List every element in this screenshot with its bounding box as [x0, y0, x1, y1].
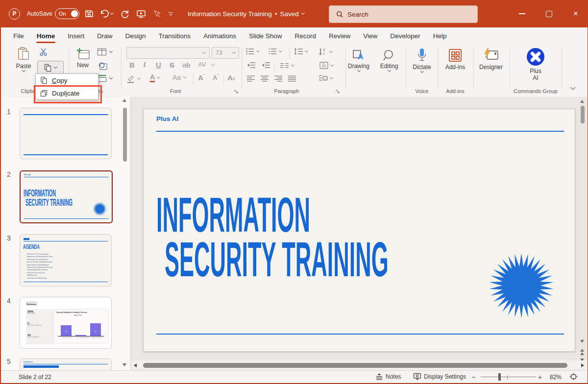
tab-animations[interactable]: Animations — [197, 27, 243, 44]
tab-design[interactable]: Design — [119, 27, 152, 44]
previous-slide-button[interactable] — [580, 349, 584, 355]
dictate-button[interactable]: Dictate — [409, 48, 435, 72]
document-title[interactable]: Information Security Training • Saved — [188, 0, 304, 27]
convert-to-smartart-button[interactable] — [318, 74, 333, 82]
scroll-right-arrow[interactable] — [581, 363, 584, 367]
sort-text-button[interactable]: AZ — [318, 48, 332, 55]
copy-split-button[interactable] — [37, 61, 64, 74]
zoom-level[interactable]: 82% — [550, 374, 562, 381]
cut-button[interactable] — [39, 48, 48, 56]
tab-transitions[interactable]: Transitions — [152, 27, 197, 44]
panel-scroll-up-arrow[interactable] — [122, 99, 126, 102]
underline-button[interactable]: U — [156, 61, 161, 69]
reset-slide-button[interactable] — [98, 62, 108, 71]
undo-button[interactable] — [99, 0, 113, 27]
add-ins-button[interactable]: Add-ins — [440, 48, 470, 71]
slide-editing-surface[interactable]: Plus AI INFORMATION SECURITY TRAINING — [143, 109, 575, 352]
align-center-button[interactable] — [261, 75, 269, 82]
maximize-button[interactable] — [538, 0, 560, 27]
section-button[interactable] — [97, 74, 112, 82]
document-title-text: Information Security Training — [188, 10, 272, 18]
tab-slide-show[interactable]: Slide Show — [243, 27, 289, 44]
slide-thumbnail-2-selected[interactable]: Plus AI INFORMATION SECURITY TRAINING — [20, 170, 113, 223]
numbering-button[interactable] — [269, 48, 282, 55]
character-spacing-button[interactable]: AV — [198, 61, 206, 68]
increase-indent-button[interactable] — [262, 62, 270, 69]
panel-scrollbar-thumb[interactable] — [123, 108, 127, 162]
layout-button[interactable] — [97, 48, 112, 56]
bullets-button[interactable] — [246, 48, 259, 55]
line-spacing-button[interactable] — [294, 48, 308, 55]
panel-scroll-down-arrow[interactable] — [122, 363, 126, 366]
slide-title-line2[interactable]: SECURITY TRAINING — [165, 235, 389, 284]
character-spacing-chevron-icon[interactable] — [211, 63, 215, 66]
new-slide-button[interactable]: New — [72, 47, 94, 69]
clear-formatting-button[interactable]: A◊ — [227, 73, 235, 82]
editing-menu-button[interactable]: Editing — [375, 49, 403, 72]
autosave-toggle[interactable]: On — [55, 0, 79, 27]
tab-insert[interactable]: Insert — [61, 27, 91, 44]
change-case-button[interactable]: Aa — [172, 73, 186, 81]
tab-view[interactable]: View — [357, 27, 384, 44]
font-size-combobox[interactable]: 73 — [212, 47, 239, 59]
slideshow-from-beginning-icon[interactable] — [136, 0, 146, 27]
canvas-scrollbar-thumb[interactable] — [581, 106, 585, 123]
slide-thumbnail-4[interactable]: Quarterly Review Summary 20% Sales Growt… — [20, 297, 112, 349]
double-strikethrough-button[interactable]: ab — [182, 61, 191, 69]
strikethrough-button[interactable]: S — [170, 61, 174, 69]
tab-draw[interactable]: Draw — [91, 27, 119, 44]
slide-indicator[interactable]: Slide 2 of 22 — [19, 374, 51, 381]
font-name-combobox[interactable] — [126, 47, 210, 59]
canvas-scroll-down-arrow[interactable] — [580, 340, 584, 343]
search-input[interactable]: Search — [329, 5, 478, 23]
close-button[interactable]: × — [564, 0, 587, 27]
shrink-font-button[interactable]: Aˇ — [213, 73, 219, 81]
zoom-slider-track[interactable] — [481, 377, 536, 377]
scroll-left-arrow[interactable] — [134, 363, 137, 367]
text-highlight-button[interactable] — [126, 74, 140, 83]
display-settings-button[interactable]: Display Settings — [413, 373, 466, 380]
grow-font-button[interactable]: Aˆ — [198, 73, 205, 82]
save-icon[interactable] — [84, 0, 94, 27]
zoom-slider-thumb[interactable] — [498, 373, 501, 381]
slide-thumbnail-3[interactable]: AGENDA Welcome to XYZ Corporation Import… — [20, 234, 112, 287]
tab-file[interactable]: File — [7, 27, 30, 44]
slide-header-text[interactable]: Plus AI — [156, 115, 178, 122]
laser-pointer-icon[interactable] — [152, 0, 162, 27]
minimize-button[interactable] — [511, 0, 533, 27]
collapse-ribbon-chevron-icon[interactable] — [571, 85, 576, 90]
powerpoint-logo-icon[interactable]: P — [9, 0, 20, 27]
tab-record[interactable]: Record — [288, 27, 322, 44]
tab-developer[interactable]: Developer — [384, 27, 427, 44]
zoom-out-button[interactable]: − — [471, 373, 476, 381]
redo-button[interactable] — [121, 0, 130, 27]
fit-slide-to-window-button[interactable] — [569, 373, 578, 381]
font-dialog-launcher-icon[interactable] — [234, 89, 239, 94]
quick-access-toolbar-chevron-icon[interactable] — [169, 0, 173, 27]
designer-button[interactable]: Designer — [476, 48, 506, 71]
text-direction-button[interactable] — [319, 62, 333, 69]
italic-button[interactable]: I — [143, 61, 146, 69]
align-right-button[interactable] — [274, 75, 282, 82]
notes-button[interactable]: Notes — [375, 373, 401, 381]
starburst-shape[interactable] — [489, 253, 554, 318]
tab-review[interactable]: Review — [322, 27, 357, 44]
slide-thumbnail-1[interactable] — [20, 108, 112, 159]
plus-ai-button[interactable]: Plus AI — [514, 47, 557, 81]
tab-home[interactable]: Home — [30, 27, 62, 44]
decrease-indent-button[interactable] — [247, 62, 256, 69]
font-color-button[interactable]: A — [150, 73, 160, 82]
canvas-scroll-up-arrow[interactable] — [580, 100, 584, 103]
drawing-menu-button[interactable]: A Drawing — [346, 49, 371, 72]
bold-button[interactable]: B — [129, 61, 135, 69]
undo-chevron-icon[interactable] — [110, 11, 114, 15]
zoom-in-button[interactable]: + — [538, 373, 542, 381]
paste-button[interactable]: Paste — [13, 47, 34, 72]
columns-button[interactable] — [280, 63, 294, 69]
paragraph-dialog-launcher-icon[interactable] — [335, 89, 340, 94]
tab-help[interactable]: Help — [427, 27, 453, 44]
justify-button[interactable] — [288, 75, 296, 82]
horizontal-scrollbar-thumb[interactable] — [143, 363, 567, 368]
align-left-button[interactable] — [247, 75, 255, 82]
horizontal-scrollbar[interactable] — [131, 360, 588, 370]
